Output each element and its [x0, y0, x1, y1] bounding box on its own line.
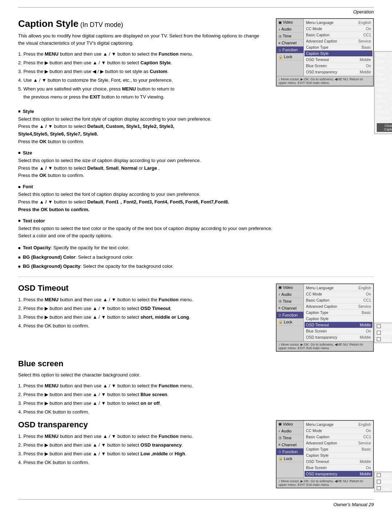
step-item: 3. Press the ▶ button and then use ▲ / ▼… — [18, 399, 374, 407]
submenu-item: Text OpacityDefault — [375, 82, 392, 93]
sidebar-audio-1: ♪ Audio — [277, 26, 303, 33]
tv-row: OSD TimeoutMiddle — [305, 57, 372, 63]
tv-menu-3-col: ▣ Video ♪ Audio ◷ Time ≡ Channel ◇ Funct… — [272, 420, 374, 492]
tv-submenu-1: StyleDefault SizeDefault FontDefault Tex… — [374, 51, 392, 134]
step-item: 1. Press the MENU button and then use ▲ … — [18, 50, 265, 58]
step-item: 1. Press the MENU button and then use ▲ … — [18, 296, 265, 304]
size-subtitle: Size — [18, 150, 374, 156]
tv-menu-1-relative: ▣ Video ♪ Audio ◷ Time ≡ Channel ◇ Funct… — [276, 18, 374, 86]
tv-row: CC ModeOn — [305, 26, 372, 32]
sidebar-lock-3: 🔒 Lock — [277, 455, 303, 462]
tv-row: OSD transparencyMiddle — [305, 69, 372, 75]
osd-timeout-title: OSD Timeout — [18, 283, 265, 293]
blue-screen-steps: 1. Press the MENU button and then use ▲ … — [18, 382, 374, 416]
osd-transparency-title: OSD transparency — [18, 420, 265, 430]
tv-row: Blue ScreenOn — [305, 465, 372, 471]
tv-menu-2-col: ▣ Video ♪ Audio ◷ Time ≡ Channel ◇ Funct… — [272, 283, 374, 355]
step-item: 2. Press the ▶ button and then use ▲ / ▼… — [18, 391, 374, 399]
osd-timeout-text: OSD Timeout 1. Press the MENU button and… — [18, 283, 265, 355]
font-subsection: Font Select this option to select the fo… — [18, 184, 374, 213]
sidebar-function-1: ◇ Function — [277, 47, 303, 53]
osd-transparency-steps: 1. Press the MENU button and then use ▲ … — [18, 432, 265, 467]
tv-row: Caption Style — [305, 452, 372, 459]
header-line — [18, 7, 374, 8]
tv-main-3: Menu LanguageEnglish CC ModeOn Basic Cap… — [304, 421, 373, 478]
font-subtitle: Font — [18, 184, 374, 189]
osd-transparency-text: OSD transparency 1. Press the MENU butto… — [18, 420, 265, 492]
submenu-item: BG ColorDefault — [375, 93, 392, 104]
osd-timeout-steps: 1. Press the MENU button and then use ▲ … — [18, 296, 265, 330]
bg-color-item: BG (Background) Color: Select a backgrou… — [18, 254, 374, 261]
caption-style-text: Caption Style (In DTV mode) This allows … — [18, 18, 265, 105]
submenu-item: SizeDefault — [375, 58, 392, 65]
tv-menu-2-wrapper: ▣ Video ♪ Audio ◷ Time ≡ Channel ◇ Funct… — [272, 283, 374, 352]
tv-row: Basic CaptionCC1 — [305, 434, 372, 440]
step-item: 2. Press the ▶ button and then use ▲ / ▼… — [18, 441, 265, 449]
tv-row: Caption TypeBasic — [305, 446, 372, 452]
style-subsection: Style Select this option to select the f… — [18, 109, 374, 146]
tv-row-highlighted: OSD transparencyMiddle Low ✓ Middle High — [305, 471, 372, 477]
tv-sidebar-3: ▣ Video ♪ Audio ◷ Time ≡ Channel ◇ Funct… — [277, 421, 304, 478]
tv-menu-2-relative: ▣ Video ♪ Audio ◷ Time ≡ Channel ◇ Funct… — [276, 283, 374, 352]
tv-row: CC ModeOn — [305, 291, 372, 297]
sidebar-lock-2: 🔒 Lock — [277, 319, 303, 326]
tv-menu-2: ▣ Video ♪ Audio ◷ Time ≡ Channel ◇ Funct… — [276, 283, 374, 352]
sidebar-time-1: ◷ Time — [277, 33, 303, 40]
submenu-item: Preview — [375, 115, 392, 121]
divider-1 — [18, 277, 374, 277]
step-item: 3. Press the ▶ button and then use ◀ / ▶… — [18, 68, 265, 76]
sidebar-time-3: ◷ Time — [277, 435, 303, 442]
tv-row: OSD TimeoutMiddle — [305, 459, 372, 465]
submenu-item: BG OpacityDefault — [375, 104, 392, 115]
tv-row: CC ModeOn — [305, 428, 372, 434]
caption-style-steps: 1. Press the MENU button and then use ▲ … — [18, 50, 265, 101]
tv-row: Menu LanguageEnglish — [305, 20, 372, 26]
osd-timeout-section: OSD Timeout 1. Press the MENU button and… — [18, 283, 374, 355]
tv-menu-inner-3: ▣ Video ♪ Audio ◷ Time ≡ Channel ◇ Funct… — [277, 421, 373, 478]
caption-style-section: Caption Style (In DTV mode) This allows … — [18, 18, 374, 105]
tv-menu-1: ▣ Video ♪ Audio ◷ Time ≡ Channel ◇ Funct… — [276, 18, 374, 86]
step-item: 3. Press the ▶ button and then use ▲ / ▼… — [18, 313, 265, 321]
submenu-item: Text ColorDefault — [375, 71, 392, 82]
tv-sidebar-1: ▣ Video ♪ Audio ◷ Time ≡ Channel ◇ Funct… — [277, 19, 304, 76]
tv-menu-3-relative: ▣ Video ♪ Audio ◷ Time ≡ Channel ◇ Funct… — [276, 420, 374, 488]
closed-caption-btn: Closed Caption — [375, 121, 392, 134]
submenu-item: High — [375, 485, 392, 492]
footer-label: Owner's Manual 29 — [333, 502, 374, 507]
tv-menu-1-wrapper: ▣ Video ♪ Audio ◷ Time ≡ Channel ◇ Funct… — [272, 18, 374, 86]
submenu-item: FontDefault — [375, 65, 392, 71]
tv-menu-inner-1: ▣ Video ♪ Audio ◷ Time ≡ Channel ◇ Funct… — [277, 19, 373, 76]
size-body: Select this option to select the size of… — [18, 157, 374, 180]
tv-sidebar-2: ▣ Video ♪ Audio ◷ Time ≡ Channel ◇ Funct… — [277, 284, 304, 341]
sidebar-function-2: ◇ Function — [277, 312, 303, 319]
tv-menu-inner-2: ▣ Video ♪ Audio ◷ Time ≡ Channel ◇ Funct… — [277, 284, 373, 341]
tv-row: OSD transparencyMiddle — [305, 334, 372, 340]
tv-footer-2: ↕ Move cursor, ▶:OK: Go to submenu, ◀ME … — [277, 341, 373, 351]
step-item: 1. Press the MENU button and then use ▲ … — [18, 382, 374, 390]
step-item: 2. Press the ▶ button and then use ▲ / ▼… — [18, 59, 265, 67]
page-footer: Owner's Manual 29 — [18, 499, 374, 507]
operation-label: Operation — [353, 9, 374, 15]
submenu-item: Short — [375, 323, 392, 330]
step-item: 4. Use ▲ / ▼ button to customize the Sty… — [18, 76, 265, 84]
sidebar-audio-3: ♪ Audio — [277, 428, 303, 435]
text-color-subsection: Text color Select this option to select … — [18, 218, 374, 240]
blue-screen-intro: Select this option to select the charact… — [18, 371, 374, 379]
tv-row: Menu LanguageEnglish — [305, 285, 372, 291]
tv-menu-1-col: ▣ Video ♪ Audio ◷ Time ≡ Channel ◇ Funct… — [272, 18, 374, 105]
step-item: 1. Press the MENU button and then use ▲ … — [18, 432, 265, 440]
tv-submenu-2: Short ✓ Middle Long — [374, 323, 392, 343]
blue-screen-title: Blue screen — [18, 359, 374, 368]
tv-row: Caption TypeBasic — [305, 310, 372, 316]
caption-style-title: Caption Style (In DTV mode) — [18, 18, 265, 29]
font-body: Select this option to select the font of… — [18, 191, 374, 213]
sidebar-video-2: ▣ Video — [277, 284, 303, 291]
tv-menu-3-wrapper: ▣ Video ♪ Audio ◷ Time ≡ Channel ◇ Funct… — [272, 420, 374, 488]
tv-row: Menu LanguageEnglish — [305, 422, 372, 428]
tv-menu-3: ▣ Video ♪ Audio ◷ Time ≡ Channel ◇ Funct… — [276, 420, 374, 488]
submenu-item: StyleDefault — [375, 52, 392, 58]
page-container: Operation Caption Style (In DTV mode) Th… — [0, 0, 392, 522]
osd-transparency-section: OSD transparency 1. Press the MENU butto… — [18, 420, 374, 492]
tv-main-2: Menu LanguageEnglish CC ModeOn Basic Cap… — [304, 284, 373, 341]
caption-style-subtitle: (In DTV mode) — [78, 21, 123, 28]
